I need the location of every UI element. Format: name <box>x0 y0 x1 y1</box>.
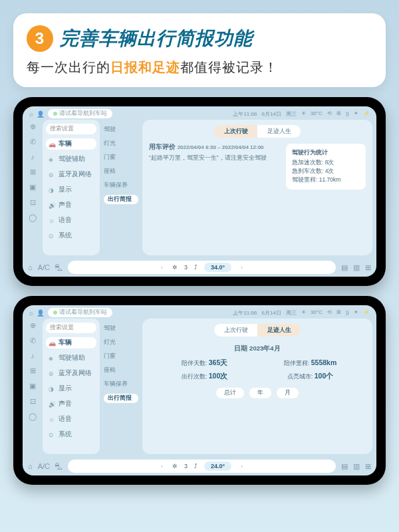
more-icon[interactable]: ◯ <box>29 213 37 222</box>
climate-dock: ⌂ A/C ⛍ ‹ ✲3 ⤴ 24.0° › ▤ ▥ ⊞ <box>23 457 376 475</box>
hero-subtitle: 每一次出行的日报和足迹都值得被记录！ <box>27 59 372 76</box>
chevron-left-icon[interactable]: ‹ <box>158 264 166 271</box>
screen-2: ⌕ 👤 请试着导航到车站 上午11:06 6月14日 周三 ☀ 30°C ⟲ ⊞… <box>23 305 376 475</box>
sub-nav: 驾驶 灯光 门窗 座椅 车辆保养 出行简报 <box>104 120 138 255</box>
fan-icon[interactable]: ✲ <box>172 264 178 271</box>
chip-month[interactable]: 月 <box>277 388 299 398</box>
chip-total[interactable]: 总计 <box>216 388 244 398</box>
weather-icon: ☀ <box>301 110 306 118</box>
climate-dock: ⌂ A/C ⛍ ‹ ✲3 ⤴ 34.0° › ▤ ▥ ⊞ <box>23 258 376 277</box>
chevron-right-icon[interactable]: › <box>238 264 245 271</box>
location-pill[interactable]: 请试着导航到车站 <box>48 109 112 118</box>
nav-bt[interactable]: ⊚蓝牙及网络 <box>46 169 96 180</box>
home-icon[interactable]: ⌂ <box>28 263 33 271</box>
video-icon[interactable]: ▣ <box>29 183 36 192</box>
defrost-front-icon[interactable]: ▤ <box>341 263 348 272</box>
report-tabs: 上次行驶 足迹人生 <box>214 324 301 336</box>
ac-button[interactable]: A/C <box>38 263 50 271</box>
search-input[interactable]: 搜索设置 <box>46 124 96 134</box>
driving-stats-card: 驾驶行为统计 急加速次数: 8次 急刹车次数: 4次 驾驶里程: 11.70km <box>286 144 366 190</box>
hero-title-text: 完善车辆出行简报功能 <box>60 26 253 51</box>
life-block: 日期 2023年4月 陪伴天数: 365天 陪伴里程: 5558km 出行次数:… <box>149 342 366 398</box>
grid-icon[interactable]: ⊞ <box>30 168 36 176</box>
screen-1: ⌕ 👤 请试着导航到车站 上午11:06 6月14日 周三 ☀ 30°C ⟲ ⊞… <box>23 106 376 277</box>
nav-system[interactable]: ⊙系统 <box>46 230 96 241</box>
car-icon[interactable]: ⛍ <box>55 263 63 271</box>
status-bar: ⌕ 👤 请试着导航到车站 上午11:06 6月14日 周三 ☀ 30°C ⟲ ⊞… <box>23 106 376 120</box>
airflow-icon[interactable]: ⤴ <box>194 264 198 271</box>
content-panel: 上次行驶 足迹人生 日期 2023年4月 陪伴天数: 365天 陪伴里程: 55… <box>142 319 372 454</box>
phone-icon[interactable]: ✆ <box>30 138 36 146</box>
nav-display[interactable]: ◑显示 <box>46 184 96 196</box>
left-iconrail: ⊕✆♪⊞▣⊡◯ <box>27 319 39 454</box>
apps-icon[interactable]: ⊡ <box>30 198 36 207</box>
compass-icon[interactable]: ⊕ <box>30 122 36 131</box>
search-icon[interactable]: ⌕ <box>29 309 33 317</box>
tab-last-trip[interactable]: 上次行驶 <box>214 324 257 336</box>
hero-title: 3 完善车辆出行简报功能 <box>27 25 372 52</box>
chip-year[interactable]: 年 <box>249 388 271 398</box>
subnav-trip-report[interactable]: 出行简报 <box>104 195 138 204</box>
search-input[interactable]: 搜索设置 <box>46 323 96 333</box>
sub-nav: 驾驶 灯光 门窗 座椅 车辆保养 出行简报 <box>104 319 138 454</box>
nav-voice[interactable]: ☺语音 <box>46 215 96 226</box>
settings-nav: 搜索设置 🚗车辆 ◈驾驶辅助 ⊚蓝牙及网络 ◑显示 🔊声音 ☺语音 ⊙系统 <box>43 120 100 255</box>
tab-footprint[interactable]: 足迹人生 <box>257 324 301 336</box>
settings-nav: 搜索设置 🚗车辆 ◈驾驶辅助 ⊚蓝牙及网络 ◑显示 🔊声音 ☺语音 ⊙系统 <box>43 319 100 454</box>
rating-block: 用车评价 2022/04/04 6:30 – 2022/04/04 12:00 … <box>149 143 366 190</box>
nav-vehicle[interactable]: 🚗车辆 <box>46 138 96 150</box>
clock: 上午11:06 <box>233 110 257 118</box>
report-tabs: 上次行驶 足迹人生 <box>214 125 301 138</box>
avatar-icon[interactable]: 👤 <box>37 309 45 317</box>
nav-sound[interactable]: 🔊声音 <box>46 200 96 211</box>
tablet-mock-2: ⌕ 👤 请试着导航到车站 上午11:06 6月14日 周三 ☀ 30°C ⟲ ⊞… <box>13 296 386 485</box>
climate-bar: ‹ ✲3 ⤴ 34.0° › <box>68 261 336 274</box>
avatar-icon[interactable]: 👤 <box>37 110 45 118</box>
location-pill[interactable]: 请试着导航到车站 <box>48 308 112 317</box>
nav-adas[interactable]: ◈驾驶辅助 <box>46 154 96 165</box>
tablet-mock-1: ⌕ 👤 请试着导航到车站 上午11:06 6月14日 周三 ☀ 30°C ⟲ ⊞… <box>13 97 386 286</box>
step-badge: 3 <box>27 25 53 52</box>
status-bar: ⌕ 👤 请试着导航到车站 上午11:06 6月14日 周三 ☀ 30°C ⟲ ⊞… <box>23 305 376 319</box>
temp-pill[interactable]: 34.0° <box>204 263 231 272</box>
hero-card: 3 完善车辆出行简报功能 每一次出行的日报和足迹都值得被记录！ <box>13 13 386 87</box>
life-date: 日期 2023年4月 <box>149 344 366 353</box>
content-panel: 上次行驶 足迹人生 用车评价 2022/04/04 6:30 – 2022/04… <box>142 120 372 255</box>
menu-icon[interactable]: ⊞ <box>365 263 371 272</box>
defrost-rear-icon[interactable]: ▥ <box>353 263 360 272</box>
tab-last-trip[interactable]: 上次行驶 <box>214 125 257 138</box>
music-icon[interactable]: ♪ <box>31 153 35 161</box>
period-chips: 总计 年 月 <box>149 388 366 398</box>
left-iconrail: ⊕ ✆ ♪ ⊞ ▣ ⊡ ◯ <box>27 120 39 255</box>
tab-footprint[interactable]: 足迹人生 <box>257 125 301 138</box>
search-icon[interactable]: ⌕ <box>29 110 33 118</box>
